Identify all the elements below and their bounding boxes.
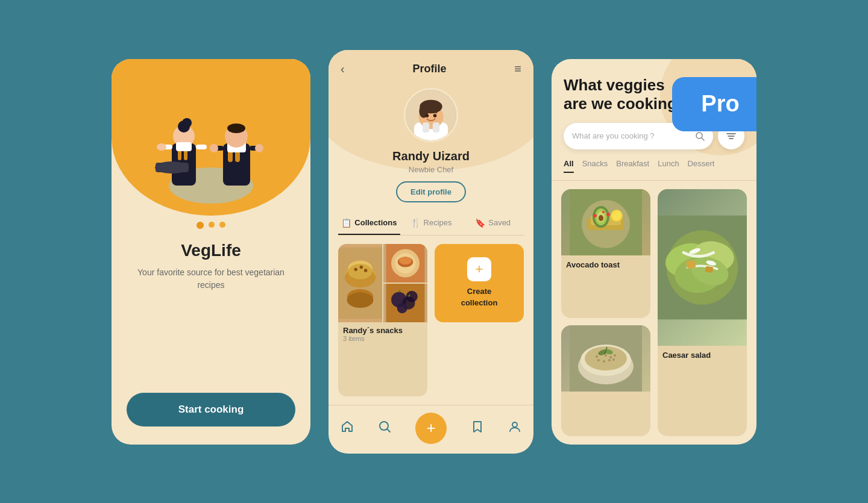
tab-dessert[interactable]: Dessert xyxy=(688,159,715,173)
tab-saved[interactable]: 🔖 Saved xyxy=(462,212,524,235)
svg-rect-12 xyxy=(156,163,189,172)
svg-point-31 xyxy=(426,114,429,117)
svg-point-70 xyxy=(599,215,603,221)
food-thumb-main xyxy=(338,244,382,322)
app-tagline: Your favorite source for best vegetarian… xyxy=(112,266,310,292)
recipes-icon: 🍴 xyxy=(410,218,421,228)
profile-header: ‹ Profile ≡ xyxy=(329,50,533,82)
profile-avatar-section: Randy Uizard Newbie Chef Edit profile xyxy=(329,88,533,202)
saved-icon: 🔖 xyxy=(475,218,485,228)
create-plus-icon: + xyxy=(467,257,491,281)
svg-point-98 xyxy=(612,358,615,361)
recipe-avocado-toast[interactable]: Avocado toast xyxy=(561,189,650,318)
svg-rect-82 xyxy=(686,260,696,269)
start-cooking-button[interactable]: Start cooking xyxy=(127,393,295,426)
back-button[interactable]: ‹ xyxy=(341,62,345,76)
profile-card: ‹ Profile ≡ xyxy=(329,50,533,454)
collection-count: 3 items xyxy=(343,335,423,342)
svg-point-75 xyxy=(602,211,605,213)
home-nav-icon[interactable] xyxy=(341,420,354,436)
pagination-dots xyxy=(197,222,225,229)
avatar xyxy=(404,88,458,142)
svg-line-59 xyxy=(702,138,704,140)
collection-name: Randy´s snacks xyxy=(343,326,423,335)
pro-badge: Pro xyxy=(672,77,756,131)
svg-point-52 xyxy=(406,290,418,302)
svg-point-95 xyxy=(597,359,600,361)
dot-3 xyxy=(219,222,225,228)
chef-illustration xyxy=(133,77,289,210)
svg-rect-29 xyxy=(423,122,429,133)
pro-text: Pro xyxy=(701,91,739,117)
svg-point-92 xyxy=(605,354,607,357)
tab-collections[interactable]: 📋 Collections xyxy=(338,212,400,235)
category-tabs: All Snacks Breakfast Lunch Dessert xyxy=(552,159,756,181)
recipe-caesar-salad[interactable]: Caesar salad xyxy=(658,189,747,436)
quinoa-bowl-image xyxy=(561,325,650,392)
svg-point-51 xyxy=(397,303,407,313)
bookmark-nav-icon[interactable] xyxy=(471,420,484,436)
svg-point-6 xyxy=(182,118,192,128)
svg-rect-83 xyxy=(705,266,714,272)
svg-point-90 xyxy=(596,355,598,358)
tab-snacks[interactable]: Snacks xyxy=(582,159,608,173)
svg-point-74 xyxy=(606,213,610,216)
recipe-name-caesar: Caesar salad xyxy=(658,346,747,364)
svg-point-32 xyxy=(433,114,437,117)
create-collection-button[interactable]: + Createcollection xyxy=(435,244,524,322)
search-nav-icon[interactable] xyxy=(378,420,391,436)
cooking-card: Pro What veggies are we cooking today? W… xyxy=(552,59,756,445)
app-title: VegLife xyxy=(181,241,241,260)
tab-recipes[interactable]: 🍴 Recipes xyxy=(400,212,462,235)
search-placeholder-text: What are you cooking ? xyxy=(572,131,690,140)
svg-point-97 xyxy=(608,359,611,361)
search-input-icon xyxy=(695,131,705,141)
avocado-toast-image xyxy=(561,189,650,255)
food-thumb-3 xyxy=(383,284,427,322)
tab-lunch[interactable]: Lunch xyxy=(658,159,679,173)
collection-randys-snacks[interactable]: Randy´s snacks 3 items xyxy=(338,244,427,396)
recipes-grid: Avocado toast xyxy=(552,181,756,445)
svg-point-72 xyxy=(612,211,621,220)
svg-point-18 xyxy=(227,123,245,133)
profile-nav-icon[interactable] xyxy=(508,420,521,436)
collections-icon: 📋 xyxy=(341,218,351,228)
collections-grid: Randy´s snacks 3 items + Createcollectio… xyxy=(329,236,533,405)
bottom-navigation: + xyxy=(329,405,533,454)
svg-line-56 xyxy=(387,429,390,432)
svg-point-94 xyxy=(614,354,616,357)
create-collection-label: Createcollection xyxy=(461,286,498,308)
menu-button[interactable]: ≡ xyxy=(514,62,521,76)
svg-rect-9 xyxy=(196,145,207,149)
svg-point-57 xyxy=(512,422,517,427)
user-name: Randy Uizard xyxy=(392,149,470,163)
add-fab-button[interactable]: + xyxy=(415,413,447,444)
svg-point-96 xyxy=(603,360,605,363)
svg-rect-30 xyxy=(433,122,439,133)
dot-2 xyxy=(209,222,215,228)
user-role: Newbie Chef xyxy=(409,165,453,174)
svg-point-93 xyxy=(609,356,612,358)
edit-profile-button[interactable]: Edit profile xyxy=(396,181,466,202)
recipe-quinoa-bowl[interactable] xyxy=(561,325,650,436)
svg-point-41 xyxy=(360,265,363,268)
svg-point-73 xyxy=(593,214,597,217)
svg-point-42 xyxy=(364,269,367,272)
dot-1 xyxy=(197,222,204,229)
recipe-name-avocado: Avocado toast xyxy=(561,255,650,274)
svg-rect-7 xyxy=(176,142,192,151)
svg-point-47 xyxy=(399,257,412,264)
collection-info: Randy´s snacks 3 items xyxy=(338,322,427,346)
food-thumb-2 xyxy=(383,244,427,283)
profile-page-title: Profile xyxy=(412,63,446,75)
profile-tabs: 📋 Collections 🍴 Recipes 🔖 Saved xyxy=(338,212,524,236)
tab-breakfast[interactable]: Breakfast xyxy=(616,159,649,173)
veglife-card: VegLife Your favorite source for best ve… xyxy=(112,59,310,445)
veglife-content: VegLife Your favorite source for best ve… xyxy=(112,222,310,393)
caesar-salad-image xyxy=(658,189,747,346)
tab-all[interactable]: All xyxy=(564,159,574,173)
svg-point-10 xyxy=(157,143,166,151)
svg-point-40 xyxy=(354,267,357,270)
svg-point-22 xyxy=(255,144,263,152)
svg-point-39 xyxy=(347,292,374,308)
